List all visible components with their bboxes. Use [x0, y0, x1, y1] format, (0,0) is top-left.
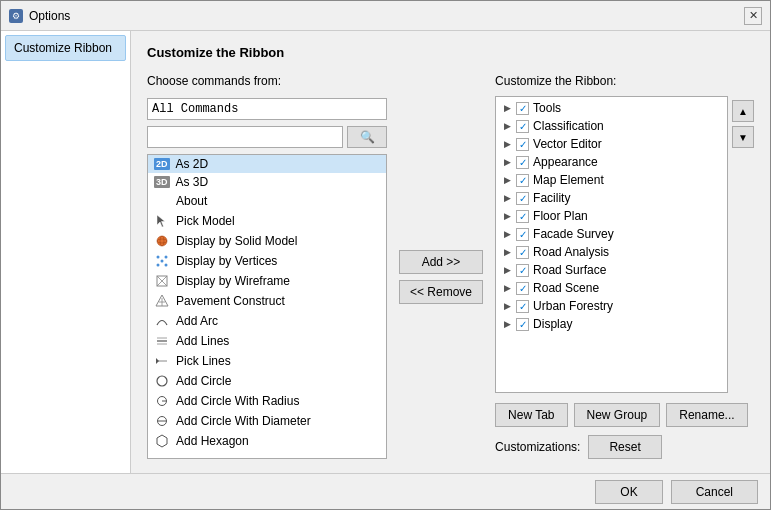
ribbon-item-road-scene[interactable]: ▶ ✓ Road Scene — [498, 279, 725, 297]
svg-point-22 — [157, 376, 167, 386]
tag-3d: 3D — [154, 176, 170, 188]
expand-icon[interactable]: ▶ — [502, 193, 512, 203]
main-panel: Customize the Ribbon Choose commands fro… — [131, 31, 770, 473]
ribbon-item-urban-forestry[interactable]: ▶ ✓ Urban Forestry — [498, 297, 725, 315]
svg-point-8 — [161, 260, 164, 263]
expand-icon[interactable]: ▶ — [502, 265, 512, 275]
ribbon-list[interactable]: ▶ ✓ Tools ▶ ✓ Classification — [495, 96, 728, 393]
commands-list[interactable]: 2D As 2D 3D As 3D About — [147, 154, 387, 459]
rename-button[interactable]: Rename... — [666, 403, 747, 427]
expand-icon[interactable]: ▶ — [502, 139, 512, 149]
ribbon-item-floor-plan[interactable]: ▶ ✓ Floor Plan — [498, 207, 725, 225]
new-group-button[interactable]: New Group — [574, 403, 661, 427]
ribbon-item-display[interactable]: ▶ ✓ Display — [498, 315, 725, 333]
item-label: Add Circle With Diameter — [176, 414, 311, 428]
ribbon-item-road-analysis[interactable]: ▶ ✓ Road Analysis — [498, 243, 725, 261]
svg-point-5 — [165, 256, 168, 259]
list-item[interactable]: Add Hexagon — [148, 431, 386, 451]
list-item[interactable]: Add Circle With Diameter — [148, 411, 386, 431]
expand-icon[interactable]: ▶ — [502, 175, 512, 185]
list-item[interactable]: 2D As 2D — [148, 155, 386, 173]
main-content: Customize Ribbon Customize the Ribbon Ch… — [1, 31, 770, 473]
list-item[interactable]: 3D As 3D — [148, 173, 386, 191]
vertices-icon — [154, 253, 170, 269]
list-item[interactable]: Add Arc — [148, 311, 386, 331]
checkbox-urban-forestry[interactable]: ✓ — [516, 300, 529, 313]
close-button[interactable]: ✕ — [744, 7, 762, 25]
ribbon-label: Customize the Ribbon: — [495, 74, 754, 88]
ribbon-item-facade-survey[interactable]: ▶ ✓ Facade Survey — [498, 225, 725, 243]
expand-icon[interactable]: ▶ — [502, 283, 512, 293]
list-item[interactable]: Pavement Construct — [148, 291, 386, 311]
ribbon-item-tools[interactable]: ▶ ✓ Tools — [498, 99, 725, 117]
expand-icon[interactable]: ▶ — [502, 229, 512, 239]
svg-point-1 — [157, 236, 167, 246]
cancel-button[interactable]: Cancel — [671, 480, 758, 504]
svg-marker-0 — [157, 215, 165, 227]
ok-button[interactable]: OK — [595, 480, 662, 504]
list-item[interactable]: Display by Solid Model — [148, 231, 386, 251]
list-item[interactable]: Display by Wireframe — [148, 271, 386, 291]
ribbon-item-classification[interactable]: ▶ ✓ Classification — [498, 117, 725, 135]
list-item[interactable]: Add Lines — [148, 331, 386, 351]
expand-icon[interactable]: ▶ — [502, 247, 512, 257]
customizations-row: Customizations: Reset — [495, 435, 754, 459]
list-item[interactable]: Add Circle With Radius — [148, 391, 386, 411]
remove-button[interactable]: << Remove — [399, 280, 483, 304]
ribbon-item-appearance[interactable]: ▶ ✓ Appearance — [498, 153, 725, 171]
checkbox-floor-plan[interactable]: ✓ — [516, 210, 529, 223]
reset-button[interactable]: Reset — [588, 435, 661, 459]
checkbox-display[interactable]: ✓ — [516, 318, 529, 331]
lines-icon — [154, 333, 170, 349]
ribbon-item-facility[interactable]: ▶ ✓ Facility — [498, 189, 725, 207]
expand-icon[interactable]: ▶ — [502, 319, 512, 329]
expand-icon[interactable]: ▶ — [502, 211, 512, 221]
item-label: Add Arc — [176, 314, 218, 328]
title-bar: ⚙ Options ✕ — [1, 1, 770, 31]
search-input[interactable] — [147, 126, 343, 148]
dropdown-row: All Commands Main Tabs Tool Tabs Custom … — [147, 98, 387, 120]
checkbox-road-scene[interactable]: ✓ — [516, 282, 529, 295]
down-button[interactable]: ▼ — [732, 126, 754, 148]
checkbox-facility[interactable]: ✓ — [516, 192, 529, 205]
checkbox-facade-survey[interactable]: ✓ — [516, 228, 529, 241]
checkbox-classification[interactable]: ✓ — [516, 120, 529, 133]
right-panel: Customize the Ribbon: ▶ ✓ Tools ▶ — [495, 74, 754, 459]
cursor-icon — [154, 213, 170, 229]
expand-icon[interactable]: ▶ — [502, 157, 512, 167]
tag-2d: 2D — [154, 158, 170, 170]
expand-icon[interactable]: ▶ — [502, 301, 512, 311]
item-label: Display by Vertices — [176, 254, 277, 268]
checkbox-vector-editor[interactable]: ✓ — [516, 138, 529, 151]
commands-dropdown[interactable]: All Commands Main Tabs Tool Tabs Custom … — [147, 98, 387, 120]
section-title: Customize the Ribbon — [147, 45, 754, 60]
sidebar-item-customize-ribbon[interactable]: Customize Ribbon — [5, 35, 126, 61]
ribbon-item-map-element[interactable]: ▶ ✓ Map Element — [498, 171, 725, 189]
list-item[interactable]: Add Circle — [148, 371, 386, 391]
checkbox-tools[interactable]: ✓ — [516, 102, 529, 115]
list-item[interactable]: About — [148, 191, 386, 211]
expand-icon[interactable]: ▶ — [502, 103, 512, 113]
expand-icon[interactable]: ▶ — [502, 121, 512, 131]
svg-marker-21 — [156, 358, 159, 364]
new-tab-button[interactable]: New Tab — [495, 403, 567, 427]
search-row: 🔍 — [147, 126, 387, 148]
add-button[interactable]: Add >> — [399, 250, 483, 274]
ribbon-item-road-surface[interactable]: ▶ ✓ Road Surface — [498, 261, 725, 279]
list-item[interactable]: Pick Model — [148, 211, 386, 231]
item-label: Display by Wireframe — [176, 274, 290, 288]
up-button[interactable]: ▲ — [732, 100, 754, 122]
checkbox-road-surface[interactable]: ✓ — [516, 264, 529, 277]
wireframe-icon — [154, 273, 170, 289]
svg-marker-27 — [157, 435, 167, 447]
item-label: Add Circle With Radius — [176, 394, 299, 408]
list-item[interactable]: Display by Vertices — [148, 251, 386, 271]
commands-label: Choose commands from: — [147, 74, 387, 88]
ribbon-item-vector-editor[interactable]: ▶ ✓ Vector Editor — [498, 135, 725, 153]
checkbox-map-element[interactable]: ✓ — [516, 174, 529, 187]
search-button[interactable]: 🔍 — [347, 126, 387, 148]
sphere-icon — [154, 233, 170, 249]
checkbox-appearance[interactable]: ✓ — [516, 156, 529, 169]
checkbox-road-analysis[interactable]: ✓ — [516, 246, 529, 259]
list-item[interactable]: Pick Lines — [148, 351, 386, 371]
